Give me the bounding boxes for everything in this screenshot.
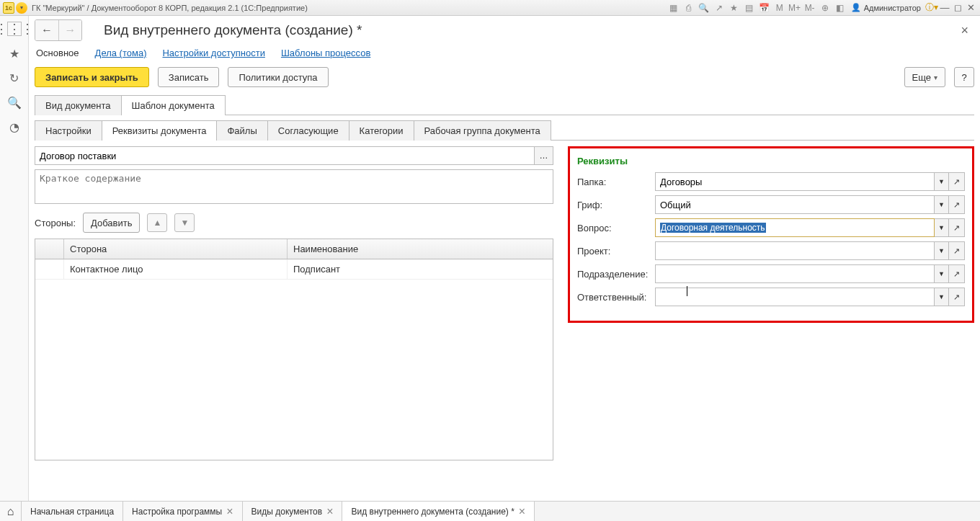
folder-label: Папка: (577, 177, 655, 187)
taskbar-tab-current[interactable]: Вид внутреннего документа (создание) *× (342, 502, 535, 521)
responsible-open-button[interactable]: ↗ (949, 288, 965, 306)
link-dela[interactable]: Дела (тома) (95, 48, 147, 58)
calendar-icon[interactable]: 📅 (758, 1, 771, 14)
history-icon[interactable]: ↻ (7, 71, 22, 85)
grif-open-button[interactable]: ↗ (949, 195, 965, 214)
taskbar-tab-label: Начальная страница (30, 507, 114, 517)
link-access[interactable]: Настройки доступности (162, 48, 264, 58)
zoom-icon[interactable]: ⊕ (819, 1, 832, 14)
page-title: Вид внутреннего документа (создание) * (104, 22, 362, 38)
tab-document-type[interactable]: Вид документа (35, 95, 122, 115)
link-templates[interactable]: Шаблоны процессов (281, 48, 370, 58)
move-up-button[interactable]: ▲ (147, 213, 167, 232)
requisites-panel: Реквизиты Папка: ▼ ↗ Гриф: ▼ (568, 146, 974, 323)
titlebar-toolbar: ▦ ⎙ 🔍 ↗ ★ ▤ 📅 M M+ M- ⊕ ◧ (667, 1, 847, 14)
m-icon[interactable]: M (773, 1, 786, 14)
sides-grid: Сторона Наименование Контактное лицо Под… (35, 239, 553, 460)
tab-requisites[interactable]: Реквизиты документа (102, 120, 218, 141)
grif-label: Гриф: (577, 200, 655, 210)
tab-close-icon[interactable]: × (226, 505, 233, 518)
tab-close-icon[interactable]: × (326, 505, 333, 518)
close-button[interactable]: ✕ (964, 1, 977, 14)
taskbar-tab-label: Виды документов (251, 507, 323, 517)
minimize-button[interactable]: — (938, 1, 951, 14)
user-label[interactable]: 👤 Администратор (847, 3, 925, 12)
page-close-button[interactable]: × (955, 20, 974, 41)
tab-settings[interactable]: Настройки (35, 120, 102, 141)
tab-files[interactable]: Файлы (216, 120, 267, 141)
taskbar-tab-settings[interactable]: Настройка программы× (123, 502, 242, 521)
folder-dropdown-button[interactable]: ▼ (935, 172, 949, 191)
folder-open-button[interactable]: ↗ (949, 172, 965, 191)
project-input[interactable] (655, 241, 935, 260)
user-icon: 👤 (851, 3, 861, 12)
department-dropdown-button[interactable]: ▼ (935, 264, 949, 283)
tab-categories[interactable]: Категории (349, 120, 414, 141)
responsible-dropdown-button[interactable]: ▼ (935, 288, 949, 306)
info-icon[interactable]: ⓘ▾ (925, 1, 938, 14)
nav-back-forward: ← → (35, 19, 82, 41)
tabs-level-1: Вид документа Шаблон документа (35, 94, 974, 115)
grif-input[interactable] (655, 195, 935, 214)
project-label: Проект: (577, 246, 655, 257)
grid-row[interactable]: Контактное лицо Подписант (35, 259, 553, 280)
sections-menu-icon[interactable]: ⋮⋮⋮ (7, 22, 22, 36)
link-main[interactable]: Основное (36, 48, 79, 58)
requisites-title: Реквизиты (577, 156, 965, 166)
grif-dropdown-button[interactable]: ▼ (935, 195, 949, 214)
help-button[interactable]: ? (954, 67, 974, 87)
save-and-close-button[interactable]: Записать и закрыть (35, 67, 149, 87)
project-open-button[interactable]: ↗ (949, 241, 965, 260)
grid-header-name[interactable]: Наименование (288, 239, 553, 259)
print-icon[interactable]: ⎙ (682, 1, 695, 14)
notifications-icon[interactable]: ◔ (7, 120, 22, 134)
print-preview-icon[interactable]: ▦ (667, 1, 680, 14)
project-dropdown-button[interactable]: ▼ (935, 241, 949, 260)
doc-name-ellipsis-button[interactable]: … (535, 146, 553, 165)
command-bar: Записать и закрыть Записать Политики дос… (35, 67, 974, 94)
search-rail-icon[interactable]: 🔍 (7, 95, 22, 110)
favorite-icon[interactable]: ★ (728, 1, 741, 14)
titlebar: 1c ▾ ГК "Меркурий" / Документооборот 8 К… (0, 0, 980, 16)
nav-back-button[interactable]: ← (35, 20, 58, 40)
favorites-icon[interactable]: ★ (7, 46, 22, 61)
move-down-button[interactable]: ▼ (174, 213, 195, 232)
topic-open-button[interactable]: ↗ (949, 218, 965, 237)
tab-workgroup[interactable]: Рабочая группа документа (414, 120, 551, 141)
topic-dropdown-button[interactable]: ▼ (935, 218, 949, 237)
search-icon[interactable]: 🔍 (698, 1, 710, 14)
m-minus-icon[interactable]: M- (803, 1, 816, 14)
department-open-button[interactable]: ↗ (949, 264, 965, 283)
doc-name-input[interactable] (35, 146, 535, 165)
grid-cell-name: Подписант (288, 259, 553, 280)
grid-cell-icon (35, 259, 64, 280)
tab-close-icon[interactable]: × (519, 505, 525, 518)
access-policies-button[interactable]: Политики доступа (228, 67, 328, 87)
app-menu-dropdown[interactable]: ▾ (16, 2, 27, 14)
folder-input[interactable] (655, 172, 935, 191)
grid-header-side[interactable]: Сторона (64, 239, 288, 259)
taskbar-tab-doc-types[interactable]: Виды документов× (243, 502, 343, 521)
department-label: Подразделение: (577, 269, 655, 280)
more-button[interactable]: Еще (904, 67, 945, 87)
save-button[interactable]: Записать (158, 67, 220, 87)
calculator-icon[interactable]: ▤ (743, 1, 756, 14)
tab-document-template[interactable]: Шаблон документа (121, 95, 226, 115)
taskbar-home-button[interactable]: ⌂ (0, 502, 22, 521)
left-rail: ⋮⋮⋮ ★ ↻ 🔍 ◔ (0, 16, 29, 501)
add-side-button[interactable]: Добавить (83, 213, 140, 233)
m-plus-icon[interactable]: M+ (788, 1, 801, 14)
link-icon[interactable]: ↗ (713, 1, 726, 14)
taskbar-tab-label: Настройка программы (132, 507, 222, 517)
responsible-label: Ответственный: (577, 292, 655, 303)
section-links: Основное Дела (тома) Настройки доступнос… (35, 45, 974, 67)
panel-icon[interactable]: ◧ (834, 1, 847, 14)
nav-forward-button[interactable]: → (58, 20, 81, 40)
tab-approvers[interactable]: Согласующие (267, 120, 349, 141)
grid-header-blank (35, 239, 64, 259)
maximize-button[interactable]: ◻ (951, 1, 964, 14)
responsible-input[interactable] (655, 288, 935, 306)
department-input[interactable] (655, 264, 935, 283)
taskbar-tab-start[interactable]: Начальная страница (22, 502, 123, 521)
brief-textarea[interactable] (35, 169, 553, 204)
